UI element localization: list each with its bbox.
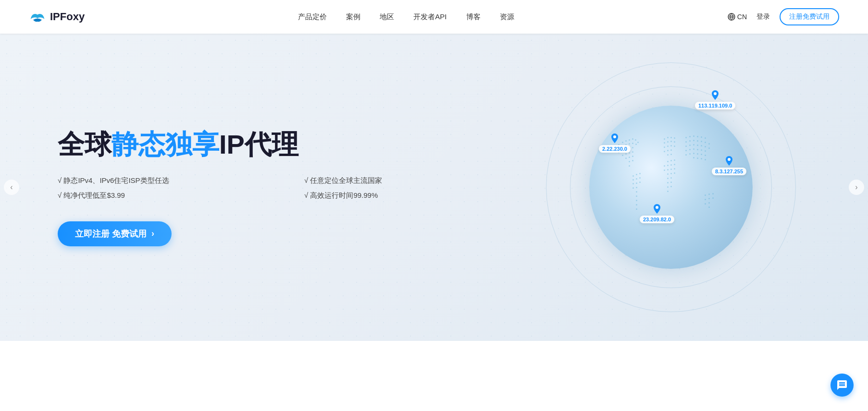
language-selector[interactable]: CN	[728, 13, 747, 21]
svg-point-131	[613, 135, 616, 138]
nav-blog[interactable]: 博客	[466, 12, 481, 22]
globe-icon	[728, 13, 735, 21]
title-prefix: 全球	[58, 129, 112, 159]
svg-rect-44	[636, 200, 637, 201]
svg-rect-28	[629, 161, 630, 162]
svg-rect-37	[632, 183, 634, 184]
svg-point-130	[714, 92, 717, 95]
feature-1: √ 静态IPv4、IPv6住宅ISP类型任选	[58, 176, 285, 185]
nav-regions[interactable]: 地区	[380, 12, 394, 22]
svg-rect-62	[667, 154, 669, 156]
nav-resources[interactable]: 资源	[500, 12, 514, 22]
ip-pin-1: 113.119.109.0	[695, 90, 735, 109]
feature-3: √ 纯净代理低至$3.99	[58, 191, 285, 200]
svg-rect-107	[693, 148, 694, 150]
svg-rect-24	[632, 151, 633, 153]
svg-rect-65	[670, 160, 672, 161]
svg-rect-100	[693, 144, 694, 145]
logo[interactable]: IPFoxy	[29, 10, 85, 24]
nav-cases[interactable]: 案例	[346, 12, 360, 22]
svg-rect-121	[705, 194, 706, 196]
svg-rect-77	[674, 172, 675, 174]
svg-rect-64	[667, 161, 669, 162]
svg-rect-90	[705, 137, 706, 139]
ip-pin-2: 2.22.230.0	[599, 133, 631, 153]
cta-arrow-icon: ›	[151, 229, 154, 239]
svg-rect-128	[708, 202, 710, 204]
svg-rect-67	[664, 165, 665, 167]
svg-rect-26	[629, 157, 630, 158]
svg-rect-105	[685, 150, 687, 151]
svg-rect-54	[674, 141, 675, 143]
svg-rect-47	[664, 138, 665, 140]
svg-rect-59	[664, 151, 665, 152]
svg-rect-40	[632, 187, 634, 189]
svg-rect-106	[689, 149, 691, 150]
svg-rect-83	[670, 186, 672, 187]
world-map-svg	[589, 106, 753, 269]
svg-rect-22	[625, 153, 627, 155]
svg-rect-82	[667, 186, 669, 188]
ip-pin-4: 23.209.82.0	[640, 204, 674, 223]
svg-rect-98	[685, 145, 687, 147]
svg-rect-119	[701, 158, 702, 159]
svg-rect-21	[622, 155, 623, 156]
register-button[interactable]: 注册免费试用	[780, 8, 839, 25]
svg-rect-29	[632, 160, 633, 161]
svg-rect-31	[632, 175, 634, 177]
hero-nav-left[interactable]: ‹	[4, 180, 19, 195]
svg-rect-66	[674, 159, 675, 161]
login-button[interactable]: 登录	[756, 12, 770, 21]
right-arrow-icon: ›	[855, 183, 857, 192]
svg-rect-102	[701, 145, 702, 146]
svg-rect-70	[674, 164, 675, 165]
svg-rect-33	[639, 173, 641, 174]
nav-pricing[interactable]: 产品定价	[298, 12, 327, 22]
svg-rect-48	[667, 137, 669, 138]
svg-rect-46	[636, 208, 637, 210]
hero-cta-button[interactable]: 立即注册 免费试用 ›	[58, 221, 172, 246]
svg-rect-27	[632, 156, 633, 157]
svg-rect-94	[697, 140, 698, 142]
svg-rect-32	[636, 174, 637, 175]
hero-features: √ 静态IPv4、IPv6住宅ISP类型任选 √ 任意定位全球主流国家 √ 纯净…	[58, 176, 532, 200]
svg-rect-88	[697, 136, 698, 137]
svg-rect-86	[689, 136, 691, 137]
svg-rect-127	[705, 203, 706, 205]
svg-rect-42	[636, 191, 637, 193]
svg-rect-101	[697, 145, 698, 146]
svg-rect-57	[670, 145, 672, 146]
svg-rect-20	[632, 147, 633, 148]
svg-rect-125	[708, 198, 710, 199]
svg-rect-122	[708, 193, 710, 195]
svg-rect-115	[701, 154, 702, 155]
ip-label-4: 23.209.82.0	[640, 216, 674, 223]
bottom-section	[0, 341, 868, 411]
svg-rect-73	[670, 169, 672, 170]
globe-sphere	[589, 106, 753, 269]
svg-rect-36	[639, 177, 641, 179]
svg-rect-91	[685, 141, 687, 143]
logo-icon	[29, 10, 46, 24]
svg-rect-89	[701, 136, 702, 138]
svg-point-132	[728, 158, 731, 161]
svg-rect-84	[667, 191, 669, 192]
svg-rect-110	[705, 150, 706, 152]
hero-nav-right[interactable]: ›	[849, 180, 864, 195]
svg-rect-30	[629, 165, 630, 167]
svg-rect-68	[667, 165, 669, 166]
cta-label: 立即注册 免费试用	[75, 228, 147, 240]
svg-rect-79	[670, 177, 672, 179]
svg-rect-41	[636, 187, 637, 188]
main-nav: 产品定价 案例 地区 开发者API 博客 资源	[298, 12, 514, 22]
map-pin-icon-3	[726, 156, 732, 166]
svg-rect-126	[712, 197, 714, 199]
svg-rect-108	[697, 149, 698, 150]
nav-api[interactable]: 开发者API	[413, 12, 446, 22]
lang-label: CN	[737, 13, 747, 21]
chat-button[interactable]	[831, 374, 854, 397]
left-arrow-icon: ‹	[10, 183, 12, 192]
svg-rect-95	[701, 141, 702, 142]
ip-label-3: 8.3.127.255	[712, 168, 746, 175]
svg-rect-112	[689, 153, 691, 155]
